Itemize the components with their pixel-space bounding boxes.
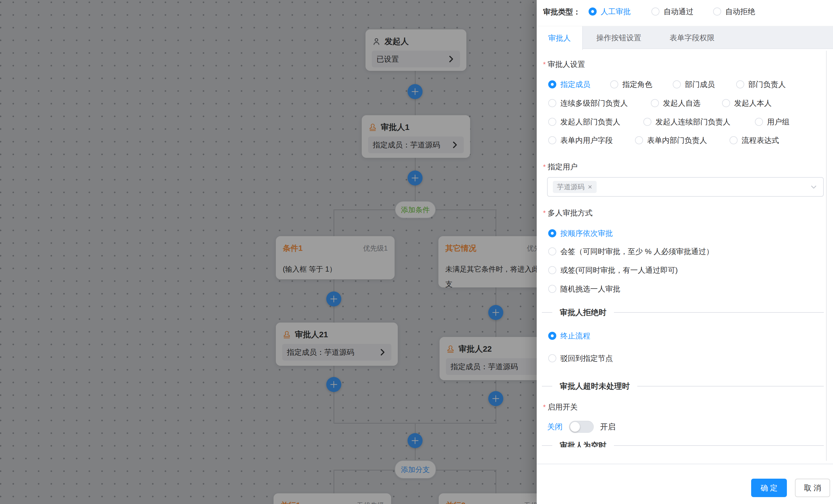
tab-approver[interactable]: 审批人 bbox=[537, 26, 583, 50]
multi-mode-label: 多人审批方式 bbox=[543, 208, 593, 218]
radio-return-to-node[interactable]: 驳回到指定节点 bbox=[548, 354, 613, 363]
radio-icon bbox=[722, 99, 730, 107]
timeout-switch-row: 关闭 开启 bbox=[547, 420, 616, 434]
radio-assign-member[interactable]: 指定成员 bbox=[548, 80, 590, 89]
radio-terminate-process[interactable]: 终止流程 bbox=[548, 331, 590, 341]
radio-icon bbox=[755, 118, 763, 126]
radio-icon bbox=[548, 99, 556, 107]
radio-icon bbox=[548, 354, 556, 362]
radio-dept-leader[interactable]: 部门负责人 bbox=[736, 80, 786, 89]
radio-form-user-field[interactable]: 表单内用户字段 bbox=[548, 136, 613, 145]
radio-initiator-choose[interactable]: 发起人自选 bbox=[651, 99, 700, 108]
radio-icon bbox=[548, 266, 556, 274]
reject-section-divider: 审批人拒绝时 bbox=[542, 308, 824, 317]
empty-section-divider: 审批人为空时 bbox=[542, 441, 824, 447]
enable-switch-label: 启用开关 bbox=[543, 402, 578, 412]
radio-form-dept-leader[interactable]: 表单内部门负责人 bbox=[635, 136, 707, 145]
radio-assign-role[interactable]: 指定角色 bbox=[610, 80, 652, 89]
radio-icon bbox=[548, 136, 556, 144]
radio-icon bbox=[730, 136, 738, 144]
empty-section-title: 审批人为空时 bbox=[560, 441, 606, 447]
timeout-toggle[interactable] bbox=[569, 421, 594, 433]
radio-icon bbox=[736, 80, 744, 89]
radio-icon bbox=[713, 7, 721, 16]
radio-icon bbox=[548, 80, 556, 89]
toggle-knob bbox=[570, 422, 580, 432]
radio-icon bbox=[673, 80, 681, 89]
user-tag: 芋道源码 bbox=[553, 181, 597, 193]
radio-icon bbox=[635, 136, 643, 144]
radio-process-expression[interactable]: 流程表达式 bbox=[730, 136, 779, 145]
radio-icon bbox=[548, 229, 556, 237]
tab-action-buttons[interactable]: 操作按钮设置 bbox=[583, 26, 655, 49]
radio-initiator-self[interactable]: 发起人本人 bbox=[722, 99, 771, 108]
assign-user-select[interactable]: 芋道源码 bbox=[547, 177, 824, 197]
radio-dept-member[interactable]: 部门成员 bbox=[673, 80, 715, 89]
timeout-section-divider: 审批人超时未处理时 bbox=[542, 382, 824, 391]
assign-user-label: 指定用户 bbox=[543, 162, 578, 172]
radio-icon bbox=[548, 332, 556, 340]
panel-scrollbar[interactable] bbox=[826, 51, 827, 461]
radio-icon bbox=[643, 118, 651, 126]
approval-settings-panel: 审批类型： 人工审批 自动通过 自动拒绝 审批人 操作按钮设置 表单字段权限 bbox=[537, 0, 833, 504]
radio-icon bbox=[548, 247, 556, 255]
footer-divider bbox=[537, 464, 833, 464]
radio-auto-pass[interactable]: 自动通过 bbox=[651, 7, 693, 16]
radio-initiator-multi-dept-leader[interactable]: 发起人连续部门负责人 bbox=[643, 117, 730, 126]
radio-icon bbox=[651, 7, 660, 16]
radio-icon bbox=[651, 99, 659, 107]
approval-type-label: 审批类型： bbox=[543, 7, 580, 17]
radio-icon bbox=[610, 80, 618, 89]
radio-initiator-dept-leader[interactable]: 发起人部门负责人 bbox=[548, 117, 620, 126]
radio-multi-level-dept-leader[interactable]: 连续多级部门负责人 bbox=[548, 99, 628, 108]
approver-setting-label: 审批人设置 bbox=[543, 59, 585, 69]
radio-icon bbox=[548, 285, 556, 293]
tag-close-icon[interactable] bbox=[588, 184, 593, 190]
radio-icon bbox=[589, 7, 597, 16]
radio-icon bbox=[548, 118, 556, 126]
clipped-section: 审批人为空时 bbox=[537, 441, 833, 447]
radio-orsign[interactable]: 或签(可同时审批，有一人通过即可) bbox=[548, 266, 677, 275]
timeout-section-title: 审批人超时未处理时 bbox=[560, 381, 630, 392]
radio-random-one[interactable]: 随机挑选一人审批 bbox=[548, 284, 620, 294]
chevron-down-icon bbox=[809, 183, 818, 191]
tab-form-field-permission[interactable]: 表单字段权限 bbox=[655, 26, 729, 49]
radio-manual-approval[interactable]: 人工审批 bbox=[589, 7, 630, 16]
radio-countersign[interactable]: 会签（可同时审批，至少 % 人必须审批通过） bbox=[548, 247, 714, 256]
cancel-button[interactable]: 取 消 bbox=[795, 479, 830, 497]
switch-on-label: 开启 bbox=[600, 422, 616, 432]
confirm-button[interactable]: 确 定 bbox=[751, 479, 787, 497]
radio-user-group[interactable]: 用户组 bbox=[755, 117, 789, 126]
radio-auto-reject[interactable]: 自动拒绝 bbox=[713, 7, 755, 16]
radio-sequential-approval[interactable]: 按顺序依次审批 bbox=[548, 229, 613, 238]
switch-off-label: 关闭 bbox=[547, 422, 563, 432]
workflow-designer: 发起人 已设置 审批人1 指定成员：芋道源码 bbox=[0, 0, 833, 504]
reject-section-title: 审批人拒绝时 bbox=[560, 307, 606, 318]
settings-tabstrip: 审批人 操作按钮设置 表单字段权限 bbox=[537, 26, 833, 49]
